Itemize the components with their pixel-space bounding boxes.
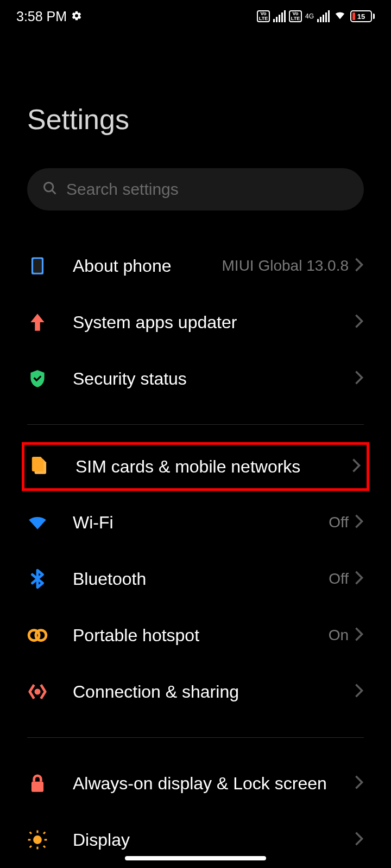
svg-line-13 bbox=[30, 832, 31, 834]
item-value: MIUI Global 13.0.8 bbox=[222, 257, 349, 275]
chevron-right-icon bbox=[354, 570, 364, 588]
hotspot-icon bbox=[27, 625, 48, 646]
shield-icon bbox=[27, 368, 48, 389]
search-placeholder: Search settings bbox=[66, 180, 179, 199]
highlight-annotation: SIM cards & mobile networks bbox=[22, 442, 369, 491]
chevron-right-icon bbox=[354, 370, 364, 387]
svg-line-15 bbox=[43, 832, 45, 834]
svg-point-0 bbox=[45, 183, 53, 192]
list-item-wifi[interactable]: Wi-Fi Off bbox=[0, 494, 391, 551]
item-label: System apps updater bbox=[73, 311, 354, 333]
item-label: SIM cards & mobile networks bbox=[75, 456, 351, 477]
chevron-right-icon bbox=[354, 627, 364, 644]
wifi-icon bbox=[27, 512, 48, 533]
volte-icon-2: VoLTE bbox=[289, 10, 302, 22]
list-item-connection-sharing[interactable]: Connection & sharing bbox=[0, 663, 391, 720]
item-value: Off bbox=[329, 570, 349, 588]
chevron-right-icon bbox=[354, 775, 364, 792]
list-item-security-status[interactable]: Security status bbox=[0, 350, 391, 407]
svg-line-1 bbox=[52, 190, 56, 194]
search-icon bbox=[42, 181, 58, 198]
item-label: Wi-Fi bbox=[73, 512, 329, 533]
item-value: On bbox=[329, 627, 349, 644]
gear-icon bbox=[71, 9, 82, 24]
item-label: Connection & sharing bbox=[73, 681, 354, 703]
item-label: Always-on display & Lock screen bbox=[73, 773, 354, 794]
sim-card-icon bbox=[30, 456, 51, 477]
list-item-sim-cards[interactable]: SIM cards & mobile networks bbox=[24, 445, 367, 488]
brightness-icon bbox=[27, 829, 48, 850]
chevron-right-icon bbox=[354, 257, 364, 275]
svg-point-6 bbox=[36, 690, 39, 693]
svg-point-8 bbox=[33, 835, 42, 844]
svg-line-16 bbox=[30, 846, 31, 847]
bluetooth-icon bbox=[27, 569, 48, 589]
svg-line-14 bbox=[43, 846, 45, 847]
volte-icon-1: VoLTE bbox=[257, 10, 270, 22]
page-title: Settings bbox=[0, 33, 391, 168]
divider bbox=[27, 737, 364, 738]
list-item-system-apps-updater[interactable]: System apps updater bbox=[0, 294, 391, 350]
chevron-right-icon bbox=[351, 458, 361, 475]
list-item-always-on-display[interactable]: Always-on display & Lock screen bbox=[0, 755, 391, 812]
chevron-right-icon bbox=[354, 514, 364, 531]
item-value: Off bbox=[329, 514, 349, 531]
signal-icon-1 bbox=[273, 10, 286, 22]
upload-arrow-icon bbox=[27, 312, 48, 333]
network-type-icon: 4G bbox=[305, 13, 314, 20]
divider bbox=[27, 424, 364, 425]
battery-icon: 15 bbox=[350, 10, 375, 22]
item-label: Security status bbox=[73, 368, 354, 390]
status-bar: 3:58 PM VoLTE VoLTE 4G 15 bbox=[0, 0, 391, 33]
status-time: 3:58 PM bbox=[16, 9, 67, 24]
phone-icon bbox=[27, 256, 48, 276]
chevron-right-icon bbox=[354, 683, 364, 700]
item-label: Bluetooth bbox=[73, 568, 329, 590]
signal-icon-2 bbox=[317, 10, 330, 22]
item-label: Display bbox=[73, 829, 354, 851]
chevron-right-icon bbox=[354, 314, 364, 331]
wifi-icon bbox=[333, 9, 347, 24]
svg-rect-3 bbox=[33, 259, 42, 272]
item-label: About phone bbox=[73, 255, 222, 277]
item-label: Portable hotspot bbox=[73, 624, 329, 646]
list-item-about-phone[interactable]: About phone MIUI Global 13.0.8 bbox=[0, 238, 391, 294]
svg-rect-7 bbox=[31, 782, 43, 792]
connection-icon bbox=[27, 681, 48, 702]
svg-point-5 bbox=[36, 630, 46, 641]
home-indicator[interactable] bbox=[125, 856, 266, 860]
lock-icon bbox=[27, 773, 48, 794]
list-item-portable-hotspot[interactable]: Portable hotspot On bbox=[0, 607, 391, 663]
chevron-right-icon bbox=[354, 831, 364, 848]
search-input[interactable]: Search settings bbox=[27, 168, 364, 210]
list-item-bluetooth[interactable]: Bluetooth Off bbox=[0, 551, 391, 607]
